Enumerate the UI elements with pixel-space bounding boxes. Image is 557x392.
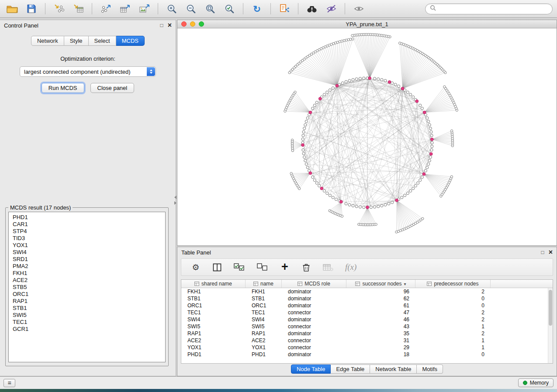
table-cell: 35: [346, 330, 415, 337]
mcds-result-item[interactable]: STP4: [13, 228, 161, 235]
memory-button[interactable]: Memory: [518, 378, 554, 387]
mcds-result-item[interactable]: ACE2: [13, 277, 161, 284]
column-type-icon: [194, 282, 199, 286]
tab-select[interactable]: Select: [89, 36, 116, 46]
column-header-name[interactable]: name: [246, 280, 282, 288]
mcds-result-item[interactable]: SWI5: [13, 312, 161, 319]
save-session-button[interactable]: [24, 2, 39, 15]
column-header-MCDS-role[interactable]: MCDS role: [282, 280, 346, 288]
mcds-result-item[interactable]: FKH1: [13, 270, 161, 277]
zoom-out-button[interactable]: [183, 2, 199, 15]
table-header-row: shared namenameMCDS rolesuccessor nodes▾…: [181, 280, 553, 288]
function-builder-button[interactable]: f(x): [345, 261, 356, 273]
mcds-result-item[interactable]: ORC1: [13, 291, 161, 298]
select-all-button[interactable]: [234, 261, 245, 273]
maximize-window-button[interactable]: [199, 21, 204, 27]
mcds-result-item[interactable]: PHD1: [13, 214, 161, 221]
import-table-button[interactable]: [70, 2, 86, 15]
table-cell: 61: [346, 303, 415, 309]
table-cell: dominator: [282, 316, 346, 323]
run-mcds-button[interactable]: Run MCDS: [42, 83, 84, 93]
tab-motifs[interactable]: Motifs: [417, 364, 443, 374]
tab-network[interactable]: Network: [31, 36, 64, 46]
mcds-result-item[interactable]: STB1: [13, 305, 161, 312]
mcds-result-item[interactable]: RAP1: [13, 298, 161, 305]
column-header-shared-name[interactable]: shared name: [181, 280, 246, 288]
tab-node-table[interactable]: Node Table: [291, 364, 331, 374]
tab-mcds[interactable]: MCDS: [116, 36, 145, 46]
minimize-window-button[interactable]: [190, 21, 195, 27]
export-network-icon: [100, 4, 111, 14]
deselect-all-button[interactable]: [257, 261, 268, 273]
status-menu-button[interactable]: ≡: [3, 379, 15, 387]
table-cell: STB1: [246, 296, 282, 302]
table-cell: 2: [415, 330, 491, 337]
optimization-criterion-select[interactable]: largest connected component (undirected): [20, 66, 156, 77]
add-row-button[interactable]: +: [280, 261, 290, 273]
export-network-button[interactable]: [98, 2, 114, 15]
float-table-panel-icon[interactable]: □: [541, 249, 544, 255]
refresh-layout-button[interactable]: ↻: [249, 2, 265, 15]
table-toolbar: ⚙+f(x): [181, 258, 553, 276]
export-image-button[interactable]: [136, 2, 152, 15]
node-table: shared namenameMCDS rolesuccessor nodes▾…: [181, 279, 553, 364]
tab-edge-table[interactable]: Edge Table: [331, 364, 370, 374]
share-document-button[interactable]: [277, 2, 292, 15]
mcds-result-item[interactable]: GCR1: [13, 326, 161, 333]
table-cell: TEC1: [181, 309, 246, 316]
open-file-button[interactable]: [4, 2, 20, 15]
export-table-button[interactable]: [117, 2, 133, 15]
delete-rows-button[interactable]: [301, 261, 311, 273]
table-row[interactable]: YOX1YOX1connector291: [181, 344, 553, 351]
binoculars-button[interactable]: [304, 2, 320, 15]
show-eye-button[interactable]: [351, 2, 367, 15]
mcds-result-item[interactable]: STB5: [13, 284, 161, 291]
table-row[interactable]: TEC1TEC1connector472: [181, 309, 553, 316]
column-header-successor-nodes[interactable]: successor nodes▾: [346, 280, 415, 288]
table-row[interactable]: STB1STB1dominator620: [181, 295, 553, 302]
network-canvas[interactable]: [177, 28, 557, 245]
close-window-button[interactable]: [181, 21, 187, 27]
zoom-in-icon: [167, 4, 177, 14]
search-icon: [430, 5, 436, 13]
table-row[interactable]: RAP1RAP1dominator352: [181, 330, 553, 337]
tab-style[interactable]: Style: [64, 36, 89, 46]
import-network-button[interactable]: [51, 2, 67, 15]
mcds-result-item[interactable]: PMA2: [13, 263, 161, 270]
table-row[interactable]: ORC1ORC1dominator610: [181, 302, 553, 309]
mcds-result-item[interactable]: TEC1: [13, 319, 161, 326]
column-visibility-button[interactable]: [212, 261, 222, 273]
search-box: [425, 3, 553, 14]
table-settings-icon: ⚙: [192, 263, 199, 272]
close-panel-icon[interactable]: ×: [168, 22, 172, 29]
zoom-selected-button[interactable]: [221, 2, 237, 15]
table-cell: connector: [282, 344, 346, 351]
table-scrollbar[interactable]: [548, 288, 553, 363]
mcds-result-item[interactable]: SRD1: [13, 256, 161, 263]
zoom-in-button[interactable]: [164, 2, 180, 15]
table-row[interactable]: SWI5SWI5connector431: [181, 323, 553, 330]
table-row[interactable]: PHD1PHD1dominator180: [181, 351, 553, 358]
export-table-icon: [120, 4, 131, 14]
mcds-result-item[interactable]: CAR1: [13, 221, 161, 228]
select-all-icon: [234, 263, 245, 271]
close-table-panel-icon[interactable]: ×: [549, 249, 553, 256]
hide-style-button[interactable]: [323, 2, 339, 15]
mcds-result-item[interactable]: YOX1: [13, 242, 161, 249]
tab-network-table[interactable]: Network Table: [370, 364, 417, 374]
mcds-result-item[interactable]: SWI4: [13, 249, 161, 256]
close-panel-button[interactable]: Close panel: [90, 83, 135, 93]
table-row[interactable]: SWI4SWI4dominator462: [181, 316, 553, 323]
zoom-fit-button[interactable]: [202, 2, 218, 15]
float-panel-icon[interactable]: □: [160, 22, 163, 28]
search-input[interactable]: [439, 6, 548, 12]
table-row[interactable]: ACE2ACE2connector311: [181, 337, 553, 344]
mcds-result-item[interactable]: TID3: [13, 235, 161, 242]
table-row[interactable]: FKH1FKH1dominator962: [181, 288, 553, 295]
scrollbar-thumb[interactable]: [549, 290, 552, 326]
divider-collapse-buttons[interactable]: [173, 196, 177, 206]
zoom-out-icon: [186, 4, 196, 14]
import-disabled-button[interactable]: [323, 261, 333, 273]
table-settings-button[interactable]: ⚙: [191, 261, 201, 273]
column-header-predecessor-nodes[interactable]: predecessor nodes: [415, 280, 491, 288]
